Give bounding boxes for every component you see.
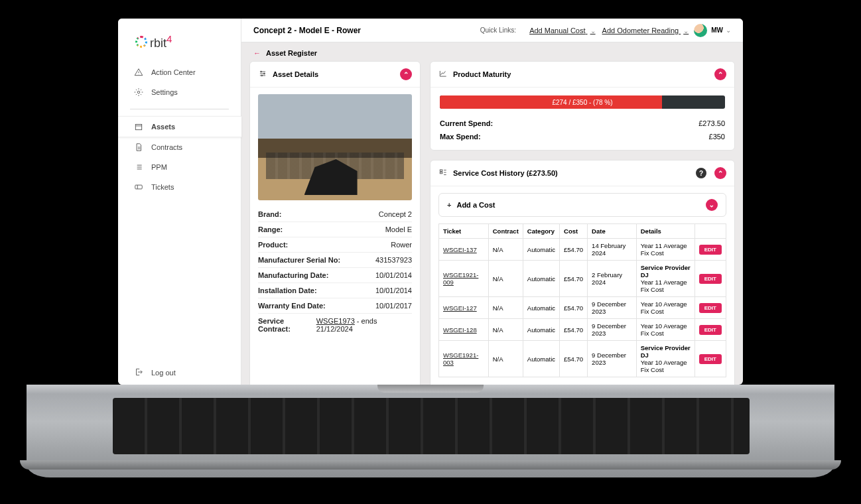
kv-range: Range:Model E bbox=[258, 222, 412, 237]
nav-settings[interactable]: Settings bbox=[118, 82, 241, 102]
card-title: Product Maturity bbox=[453, 70, 511, 78]
cell-date: 9 December 2023 bbox=[588, 319, 637, 341]
kv-serial: Manufacturer Serial No:431537923 bbox=[258, 253, 412, 268]
cell-contract: N/A bbox=[488, 319, 523, 341]
nav-tickets[interactable]: Tickets bbox=[118, 177, 241, 197]
kv-install-date: Installation Date:10/01/2014 bbox=[258, 283, 412, 298]
chevron-down-icon[interactable]: ⌄ bbox=[726, 27, 731, 34]
cell-category: Automatic bbox=[523, 297, 559, 319]
logo: rbit4 bbox=[118, 19, 241, 62]
nav-ppm[interactable]: PPM bbox=[118, 157, 241, 177]
logout-button[interactable]: Log out bbox=[118, 361, 241, 385]
svg-point-3 bbox=[261, 71, 262, 72]
card-header: Service Cost History (£273.50) ? ⌃ bbox=[430, 160, 734, 186]
total-service-cost: Total Service Cost: £273.50 bbox=[430, 383, 734, 385]
ticket-link[interactable]: WSGEI-127 bbox=[443, 304, 477, 312]
nav-label: Settings bbox=[151, 88, 178, 96]
cell-contract: N/A bbox=[488, 239, 523, 261]
chart-line-icon bbox=[438, 69, 448, 80]
cell-contract: N/A bbox=[488, 297, 523, 319]
collapse-button[interactable]: ⌃ bbox=[714, 167, 726, 179]
avatar[interactable] bbox=[694, 24, 707, 37]
ticket-link[interactable]: WSGEI-137 bbox=[443, 246, 477, 253]
th-cost: Cost bbox=[560, 224, 588, 239]
edit-button[interactable]: EDIT bbox=[699, 274, 722, 284]
cell-details: Service Provider DJYear 11 Average Fix C… bbox=[636, 261, 695, 297]
ticket-link[interactable]: WSGEI-128 bbox=[443, 326, 477, 334]
edit-button[interactable]: EDIT bbox=[699, 303, 722, 313]
nav-separator bbox=[130, 109, 229, 109]
topbar: Concept 2 - Model E - Rower Quick Links:… bbox=[241, 19, 743, 42]
svg-point-4 bbox=[263, 73, 265, 74]
card-header: Product Maturity ⌃ bbox=[430, 62, 734, 88]
add-cost-toggle[interactable]: + Add a Cost ⌃ bbox=[438, 193, 726, 217]
add-manual-cost-link[interactable]: Add Manual Cost ⌄ bbox=[529, 27, 595, 34]
nav-label: Contracts bbox=[151, 143, 182, 151]
max-spend-row: Max Spend:£350 bbox=[440, 130, 725, 143]
user-initials: MW bbox=[711, 27, 723, 34]
cell-details: Year 11 Average Fix Cost bbox=[636, 239, 695, 261]
nav-action-center[interactable]: Action Center bbox=[118, 62, 241, 82]
th-category: Category bbox=[523, 224, 559, 239]
cell-details: Year 10 Average Fix Cost bbox=[636, 319, 695, 341]
laptop-keyboard bbox=[113, 398, 750, 454]
document-icon bbox=[134, 143, 143, 152]
cell-action: EDIT bbox=[695, 239, 726, 261]
ticket-link[interactable]: WSGE1921-003 bbox=[443, 351, 478, 366]
svg-point-0 bbox=[137, 91, 140, 94]
table-row: WSGEI-127N/AAutomatic£54.709 December 20… bbox=[439, 297, 726, 319]
gear-icon bbox=[134, 88, 143, 97]
svg-rect-2 bbox=[135, 185, 143, 189]
asset-photo bbox=[258, 94, 412, 200]
cell-action: EDIT bbox=[695, 261, 726, 297]
progress-label: £274 / £350 - (78 %) bbox=[552, 99, 612, 106]
current-spend-row: Current Spend:£273.50 bbox=[440, 117, 725, 130]
nav-label: Tickets bbox=[151, 183, 174, 191]
list-icon bbox=[134, 162, 143, 172]
app-root: rbit4 Action Center Settings Assets bbox=[118, 19, 743, 385]
service-contract-link[interactable]: WSGE1973 bbox=[316, 317, 355, 325]
right-column: Product Maturity ⌃ £274 / £350 - (78 %) … bbox=[430, 61, 735, 385]
nav-assets[interactable]: Assets bbox=[118, 116, 241, 137]
table-header-row: Ticket Contract Category Cost Date Detai… bbox=[439, 224, 726, 239]
laptop-edge bbox=[20, 460, 841, 470]
th-details: Details bbox=[636, 224, 695, 239]
edit-button[interactable]: EDIT bbox=[699, 325, 722, 335]
breadcrumb-label: Asset Register bbox=[266, 49, 317, 57]
cell-contract: N/A bbox=[488, 261, 523, 297]
nav-label: Action Center bbox=[151, 68, 196, 76]
svg-rect-1 bbox=[135, 125, 141, 130]
chevron-down-icon: ⌄ bbox=[683, 27, 689, 34]
help-icon[interactable]: ? bbox=[696, 168, 706, 178]
th-actions bbox=[695, 224, 726, 239]
cell-action: EDIT bbox=[695, 319, 726, 341]
add-odometer-link[interactable]: Add Odometer Reading ⌄ bbox=[602, 27, 689, 34]
cell-date: 9 December 2023 bbox=[588, 297, 637, 319]
money-list-icon bbox=[438, 168, 448, 178]
ticket-link[interactable]: WSGE1921-009 bbox=[443, 271, 478, 286]
edit-button[interactable]: EDIT bbox=[699, 354, 722, 364]
laptop-notch bbox=[377, 385, 484, 393]
edit-button[interactable]: EDIT bbox=[699, 245, 722, 255]
asset-details-card: Asset Details ⌃ Brand:Concept 2 Range:Mo… bbox=[249, 61, 421, 385]
cell-contract: N/A bbox=[488, 341, 523, 377]
table-row: WSGEI-128N/AAutomatic£54.709 December 20… bbox=[439, 319, 726, 341]
expand-button[interactable]: ⌃ bbox=[706, 199, 718, 211]
svg-point-5 bbox=[261, 75, 263, 76]
collapse-button[interactable]: ⌃ bbox=[400, 68, 412, 80]
logout-icon bbox=[134, 367, 143, 378]
th-contract: Contract bbox=[488, 224, 523, 239]
card-header: Asset Details ⌃ bbox=[250, 62, 420, 88]
nav-contracts[interactable]: Contracts bbox=[118, 137, 241, 157]
sliders-icon bbox=[258, 69, 267, 80]
cell-cost: £54.70 bbox=[560, 239, 588, 261]
box-icon bbox=[134, 122, 143, 131]
back-arrow-icon[interactable]: ← bbox=[253, 49, 261, 57]
collapse-button[interactable]: ⌃ bbox=[714, 68, 726, 80]
cell-category: Automatic bbox=[523, 239, 559, 261]
table-row: WSGE1921-009N/AAutomatic£54.702 February… bbox=[439, 261, 726, 297]
cell-category: Automatic bbox=[523, 341, 559, 377]
table-row: WSGEI-137N/AAutomatic£54.7014 February 2… bbox=[439, 239, 726, 261]
page-title: Concept 2 - Model E - Rower bbox=[253, 26, 361, 35]
cell-details: Year 10 Average Fix Cost bbox=[636, 297, 695, 319]
